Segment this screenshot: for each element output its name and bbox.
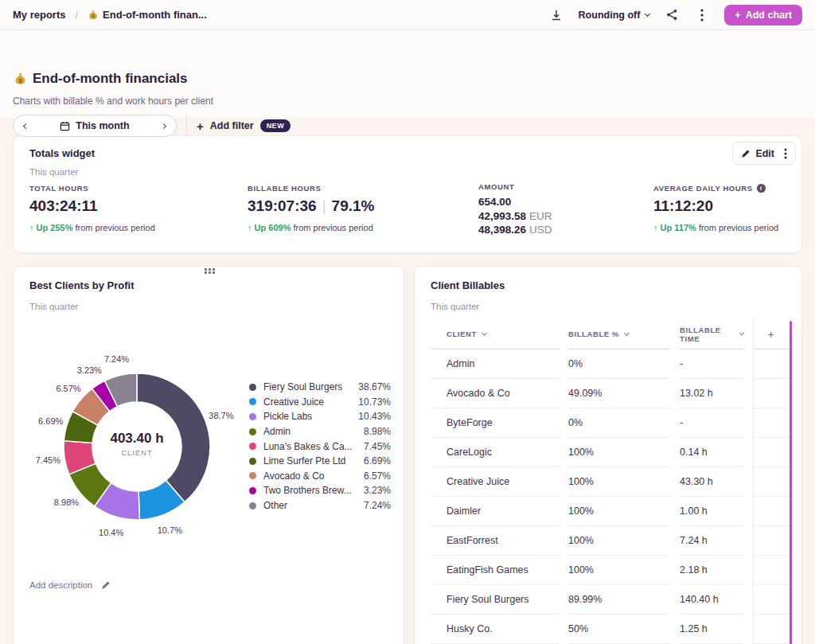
- add-description-button[interactable]: Add description: [29, 580, 111, 590]
- cell-billable-pct: 100%: [568, 497, 670, 526]
- totals-widget-toolbar: Edit: [732, 142, 796, 165]
- metric-label: BILLABLE HOURS: [248, 184, 374, 193]
- amount-line: 654.00: [478, 195, 552, 209]
- table-row: CareLogic100%0.14 h: [431, 438, 789, 467]
- legend-item[interactable]: Pickle Labs10.43%: [249, 409, 391, 424]
- legend-item[interactable]: Fiery Soul Burgers38.67%: [249, 380, 391, 395]
- page-title: $ End-of-month financials: [14, 71, 188, 87]
- slice-percent-label: 8.98%: [54, 498, 79, 507]
- cell-client: Creative Juice: [431, 467, 559, 497]
- cell-billable-pct: 100%: [568, 526, 670, 556]
- amount-lines: 654.0042,993.58EUR48,398.26USD: [478, 195, 552, 237]
- cell-billable-time: 13.02 h: [680, 379, 743, 408]
- legend-client-name: Avocado & Co: [263, 470, 364, 482]
- cell-billable-time: -: [680, 408, 743, 438]
- info-icon[interactable]: i: [757, 184, 766, 193]
- add-filter-button[interactable]: + Add filter NEW: [197, 119, 291, 132]
- rounding-dropdown[interactable]: Rounding off: [579, 10, 650, 21]
- cell-empty: [753, 379, 789, 408]
- breadcrumb-current-report[interactable]: $ End-of-month finan...: [88, 9, 207, 21]
- column-header-billable-time[interactable]: BILLABLE TIME: [680, 319, 743, 349]
- legend-item[interactable]: Luna's Bakes & Ca...7.45%: [249, 439, 391, 454]
- legend-item[interactable]: Avocado & Co6.57%: [249, 469, 391, 484]
- cell-client: ByteForge: [431, 408, 559, 438]
- topbar-actions: Rounding off + Add chart: [548, 5, 802, 25]
- slice-percent-label: 7.45%: [36, 455, 60, 465]
- breadcrumb-current-label: End-of-month finan...: [103, 9, 207, 21]
- legend-item[interactable]: Admin8.98%: [249, 424, 391, 439]
- legend-swatch: [249, 443, 256, 450]
- legend-client-name: Luna's Bakes & Ca...: [263, 441, 364, 452]
- chevron-down-icon: [645, 10, 650, 16]
- column-header-client[interactable]: CLIENT: [431, 319, 559, 349]
- metric-delta: ↑ Up 609% from previous period: [248, 223, 374, 232]
- add-chart-button[interactable]: + Add chart: [724, 5, 802, 25]
- table-row: Fiery Soul Burgers89.99%140.40 h: [431, 585, 789, 615]
- table-row: EatingFish Games100%2.18 h: [431, 556, 789, 585]
- cell-billable-time: 2.18 h: [680, 556, 743, 585]
- table-header-row: CLIENTBILLABLE %BILLABLE TIME+: [431, 319, 789, 349]
- kebab-menu-icon[interactable]: [694, 7, 710, 23]
- client-billables-card: Client Billables This quarter CLIENTBILL…: [414, 266, 802, 644]
- edit-widget-button[interactable]: Edit: [741, 148, 774, 159]
- legend-item[interactable]: Lime Surfer Pte Ltd6.69%: [249, 454, 391, 469]
- table-row: Avocado & Co49.09%13.02 h: [431, 379, 789, 408]
- filter-divider: [186, 115, 187, 136]
- slice-percent-label: 38.7%: [209, 411, 233, 420]
- cell-client: EastForrest: [431, 526, 559, 556]
- cell-empty: [753, 349, 789, 379]
- legend-percent: 10.73%: [358, 396, 391, 408]
- amount-line: 42,993.58EUR: [478, 209, 552, 224]
- legend-percent: 7.45%: [364, 441, 391, 452]
- download-icon[interactable]: [548, 7, 564, 23]
- metric-delta: ↑ Up 117% from previous period: [653, 223, 778, 232]
- cell-client: Avocado & Co: [431, 379, 559, 408]
- plus-icon: +: [197, 120, 204, 132]
- legend-swatch: [249, 413, 256, 420]
- cell-billable-time: 1.25 h: [680, 615, 743, 644]
- column-header-billable-[interactable]: BILLABLE %: [568, 319, 670, 349]
- add-column-button[interactable]: +: [753, 319, 789, 349]
- cell-empty: [753, 497, 789, 526]
- plus-column-divider: [753, 319, 754, 644]
- pencil-icon: [741, 149, 751, 158]
- donut-slice-fiery-soul-burgers[interactable]: [137, 373, 210, 502]
- legend-percent: 38.67%: [358, 381, 391, 392]
- billables-title: Client Billables: [431, 279, 505, 291]
- legend-item[interactable]: Two Brothers Brew...3.23%: [249, 483, 391, 498]
- table-row: EastForrest100%7.24 h: [431, 526, 789, 556]
- report-title: End-of-month financials: [33, 71, 188, 87]
- cell-billable-pct: 49.09%: [568, 379, 670, 408]
- legend-percent: 8.98%: [364, 426, 391, 437]
- legend-percent: 6.57%: [364, 470, 391, 482]
- metric-amount: AMOUNT 654.0042,993.58EUR48,398.26USD: [478, 182, 552, 237]
- report-subtitle: Charts with billable % and work hours pe…: [13, 96, 213, 107]
- date-range-picker[interactable]: This month: [13, 115, 177, 137]
- table-row: Daimler100%1.00 h: [431, 497, 789, 526]
- legend-item[interactable]: Creative Juice10.73%: [249, 395, 391, 410]
- cell-empty: [753, 526, 789, 556]
- edit-label: Edit: [755, 148, 774, 159]
- metric-total-hours: TOTAL HOURS 403:24:11 ↑ Up 255% from pre…: [29, 184, 155, 232]
- next-period-icon[interactable]: [161, 123, 166, 128]
- add-chart-label: Add chart: [746, 10, 792, 21]
- money-bag-icon: $: [88, 10, 99, 21]
- slice-percent-label: 10.7%: [158, 525, 182, 535]
- money-bag-icon: $: [14, 72, 27, 86]
- page-header: $ End-of-month financials Charts with bi…: [0, 30, 815, 118]
- drag-handle[interactable]: [203, 267, 217, 275]
- breadcrumb-my-reports[interactable]: My reports: [13, 9, 65, 21]
- vertical-scrollbar[interactable]: [790, 321, 792, 644]
- share-icon[interactable]: [664, 7, 680, 23]
- donut-chart-period: This quarter: [29, 302, 78, 311]
- slice-percent-label: 6.57%: [56, 384, 80, 393]
- legend-item[interactable]: Other7.24%: [249, 498, 391, 513]
- rounding-label: Rounding off: [579, 10, 641, 21]
- legend-swatch: [249, 458, 256, 465]
- metric-average-daily-hours: AVERAGE DAILY HOURSi 11:12:20 ↑ Up 117% …: [653, 184, 778, 232]
- kebab-menu-icon[interactable]: [784, 148, 787, 159]
- cell-billable-pct: 100%: [568, 556, 670, 585]
- cell-empty: [753, 438, 789, 467]
- legend-client-name: Admin: [263, 426, 364, 437]
- cell-billable-pct: 50%: [568, 615, 670, 644]
